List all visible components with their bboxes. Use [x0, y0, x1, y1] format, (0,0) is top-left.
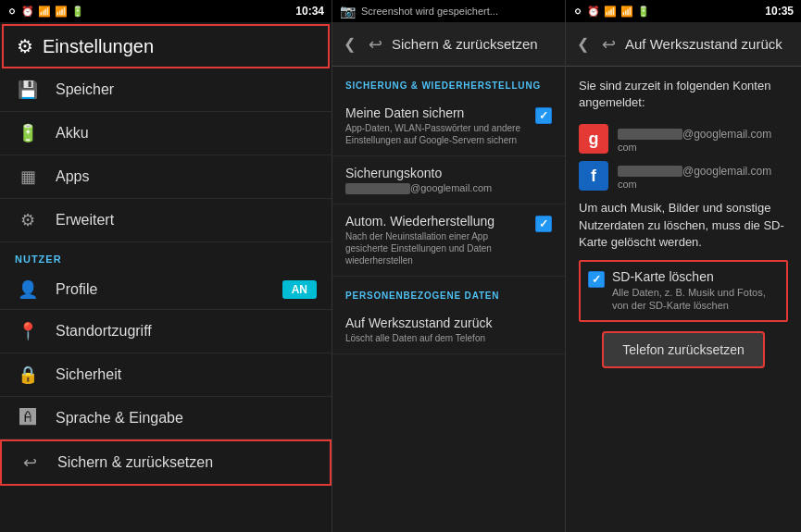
meine-daten-title: Meine Daten sichern	[345, 105, 528, 120]
sichern-header: ❮ ↩ Sichern & zurücksetzen	[332, 22, 565, 67]
sidebar-item-profile[interactable]: 👤 Profile AN	[0, 270, 332, 310]
sd-card-subtitle: Alle Daten, z. B. Musik und Fotos, von d…	[612, 286, 779, 313]
autom-subtitle: Nach der Neuinstallation einer App gesic…	[345, 230, 528, 266]
language-icon: 🅰	[15, 408, 41, 427]
sidebar-item-speicher[interactable]: 💾 Speicher	[0, 68, 332, 112]
factory-content: Sie sind zurzeit in folgenden Konten ang…	[566, 67, 801, 532]
apps-icon: ▦	[15, 167, 41, 187]
gear-list-icon: ⚙	[15, 210, 41, 230]
back-icon[interactable]: ❮	[344, 35, 356, 53]
sidebar-item-erweitert[interactable]: ⚙ Erweitert	[0, 199, 332, 242]
sidebar-item-akku[interactable]: 🔋 Akku	[0, 112, 332, 155]
sichern-header-icon: ↩	[369, 34, 382, 55]
sidebar-item-standort[interactable]: 📍 Standortzugriff	[0, 310, 332, 353]
factory-bt-icon: ⭘	[573, 6, 583, 17]
bluetooth-icon: ⭘	[7, 6, 18, 17]
factory-battery-icon: 🔋	[637, 6, 650, 18]
sd-card-checkbox[interactable]	[588, 271, 605, 288]
sd-card-title: SD-Karte löschen	[612, 269, 779, 284]
backup-icon: ↩	[17, 452, 43, 473]
autom-checkbox[interactable]	[535, 216, 552, 232]
sichern-content: SICHERUNG & WIEDERHERSTELLUNG Meine Date…	[332, 67, 565, 532]
email-suffix: @googlemail.com	[410, 182, 492, 193]
blurred-email-1	[345, 183, 410, 194]
sicherungskonto-title: Sicherungskonto	[345, 166, 552, 180]
section-personenbezogene: PERSONENBEZOGENE DATEN	[332, 277, 565, 306]
factory-alarm-icon: ⏰	[587, 6, 600, 18]
lock-icon: 🔒	[15, 365, 41, 385]
nutzer-section: NUTZER	[0, 242, 332, 270]
google-icon: g	[579, 124, 608, 154]
signal-icon: 📶	[38, 6, 51, 18]
google-email-suffix: @googlemail.com	[682, 128, 771, 141]
screenshot-text: Screenshot wird gespeichert...	[361, 6, 498, 17]
meine-daten-subtitle: App-Daten, WLAN-Passwörter und andere Ei…	[345, 122, 528, 146]
erweitert-label: Erweitert	[56, 212, 114, 229]
battery-list-icon: 🔋	[15, 123, 41, 143]
nutzer-section-text: NUTZER	[15, 254, 62, 265]
sichern-label: Sichern & zurücksetzen	[57, 454, 213, 471]
factory-signal-icon: 📶	[604, 6, 617, 18]
meine-daten-text: Meine Daten sichern App-Daten, WLAN-Pass…	[345, 105, 528, 146]
apps-label: Apps	[56, 168, 89, 185]
sicherungskonto-text: Sicherungskonto @googlemail.com	[345, 166, 552, 194]
status-bar-3: ⭘ ⏰ 📶 📶 🔋 10:35	[566, 0, 801, 22]
werkszustand-title: Auf Werkszustand zurück	[345, 315, 552, 330]
status-bar-2: 📷 Screenshot wird gespeichert...	[332, 0, 565, 22]
meine-daten-checkbox[interactable]	[535, 107, 552, 124]
item-werkszustand[interactable]: Auf Werkszustand zurück Löscht alle Date…	[332, 306, 565, 354]
panel-sichern: 📷 Screenshot wird gespeichert... ❮ ↩ Sic…	[332, 0, 566, 532]
settings-list: 💾 Speicher 🔋 Akku ▦ Apps ⚙ Erweitert NUT…	[0, 68, 332, 532]
facebook-icon: f	[579, 161, 608, 191]
item-sicherungskonto[interactable]: Sicherungskonto @googlemail.com	[332, 156, 565, 204]
status-time-3: 10:35	[765, 5, 794, 18]
factory-warning: Um auch Musik, Bilder und sonstige Nutze…	[579, 200, 788, 251]
settings-header-icon: ⚙	[17, 35, 33, 57]
item-meine-daten[interactable]: Meine Daten sichern App-Daten, WLAN-Pass…	[332, 96, 565, 156]
google-account: g @googlemail.com com	[579, 124, 788, 154]
werkszustand-subtitle: Löscht alle Daten auf dem Telefon	[345, 332, 552, 344]
google-account-info: @googlemail.com com	[618, 125, 771, 153]
section-sicherung: SICHERUNG & WIEDERHERSTELLUNG	[332, 67, 565, 96]
sidebar-item-sprache[interactable]: 🅰 Sprache & Eingabe	[0, 397, 332, 439]
factory-desc: Sie sind zurzeit in folgenden Konten ang…	[579, 78, 788, 111]
sichern-header-title: Sichern & zurücksetzen	[392, 36, 538, 52]
sd-card-section: SD-Karte löschen Alle Daten, z. B. Musik…	[579, 260, 788, 322]
reset-button[interactable]: Telefon zurücksetzen	[602, 331, 765, 368]
profile-label: Profile	[56, 281, 97, 298]
speicher-label: Speicher	[56, 81, 114, 98]
autom-title: Autom. Wiederherstellung	[345, 214, 528, 229]
standort-label: Standortzugriff	[56, 323, 152, 340]
sidebar-item-sicherheit[interactable]: 🔒 Sicherheit	[0, 353, 332, 397]
status-bar-1: ⭘ ⏰ 📶 📶 🔋 10:34	[0, 0, 332, 22]
section-personenbezogene-text: PERSONENBEZOGENE DATEN	[345, 291, 499, 301]
factory-header-icon: ↩	[602, 34, 616, 55]
settings-title: Einstellungen	[43, 36, 154, 57]
fb-account-com: com	[618, 179, 771, 190]
profile-toggle[interactable]: AN	[282, 280, 317, 299]
sd-card-text: SD-Karte löschen Alle Daten, z. B. Musik…	[612, 269, 779, 313]
werkszustand-text: Auf Werkszustand zurück Löscht alle Date…	[345, 315, 552, 344]
blurred-google-email	[618, 129, 682, 140]
sicherheit-label: Sicherheit	[56, 366, 121, 383]
person-icon: 👤	[15, 279, 41, 300]
location-icon: 📍	[15, 321, 41, 341]
factory-header: ❮ ↩ Auf Werkszustand zurück	[566, 22, 801, 67]
item-autom-wiederherstellung[interactable]: Autom. Wiederherstellung Nach der Neuins…	[332, 204, 565, 277]
sidebar-item-sichern[interactable]: ↩ Sichern & zurücksetzen	[0, 439, 332, 486]
alarm-icon: ⏰	[21, 6, 34, 18]
sicherungskonto-email: @googlemail.com	[345, 182, 552, 194]
panel-settings: ⭘ ⏰ 📶 📶 🔋 10:34 ⚙ Einstellungen 💾 Speich…	[0, 0, 332, 532]
sidebar-item-apps[interactable]: ▦ Apps	[0, 155, 332, 199]
facebook-account-info: @googlemail.com com	[618, 162, 771, 190]
facebook-account: f @googlemail.com com	[579, 161, 788, 191]
reset-button-row: Telefon zurücksetzen	[579, 331, 788, 368]
panel-factory: ⭘ ⏰ 📶 📶 🔋 10:35 ❮ ↩ Auf Werkszustand zur…	[566, 0, 801, 532]
factory-wifi-icon: 📶	[620, 6, 633, 18]
factory-back-icon[interactable]: ❮	[577, 35, 589, 53]
screenshot-icon: 📷	[340, 4, 356, 19]
wifi-icon: 📶	[55, 6, 68, 18]
factory-header-title: Auf Werkszustand zurück	[625, 36, 782, 52]
sd-card-row: SD-Karte löschen Alle Daten, z. B. Musik…	[588, 269, 779, 313]
autom-text: Autom. Wiederherstellung Nach der Neuins…	[345, 214, 528, 266]
